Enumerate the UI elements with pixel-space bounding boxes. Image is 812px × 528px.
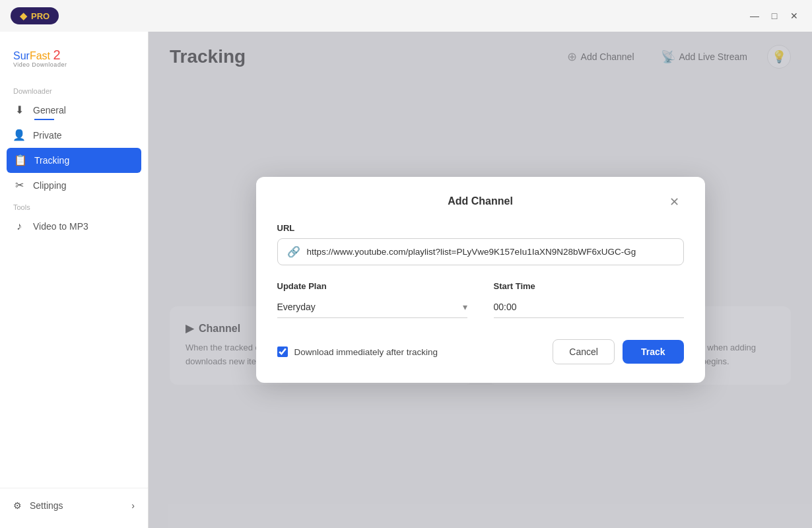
update-plan-group: Update Plan Everyday ▾ <box>277 281 467 318</box>
diamond-icon: ◆ <box>20 11 27 21</box>
logo: SurFast 2 Video Downloader <box>0 42 148 82</box>
start-time-group: Start Time <box>494 281 684 318</box>
form-row: Update Plan Everyday ▾ Start Time <box>277 281 684 318</box>
pro-label: PRO <box>31 11 50 21</box>
select-arrow-icon: ▾ <box>463 302 467 312</box>
track-button[interactable]: Track <box>623 340 684 364</box>
logo-sub: Video Downloader <box>13 62 67 69</box>
logo-brand: SurFast 2 <box>13 48 67 62</box>
settings-item[interactable]: ⚙ Settings › <box>0 494 148 517</box>
logo-sur: Sur <box>13 50 30 61</box>
start-time-label: Start Time <box>494 281 684 291</box>
main-content: Tracking ⊕ Add Channel 📡 Add Live Stream… <box>149 32 812 528</box>
clipping-icon: ✂ <box>13 180 25 191</box>
start-time-input[interactable] <box>494 296 684 318</box>
download-immediately-checkbox[interactable] <box>277 346 288 357</box>
sidebar-item-private-label: Private <box>33 130 62 141</box>
mp3-icon: ♪ <box>13 220 25 232</box>
settings-label: Settings <box>30 500 63 511</box>
sidebar-item-clipping[interactable]: ✂ Clipping <box>0 173 148 198</box>
downloader-section-label: Downloader <box>0 82 148 98</box>
url-input[interactable] <box>307 247 674 257</box>
logo-text: SurFast 2 Video Downloader <box>13 48 67 69</box>
cancel-button[interactable]: Cancel <box>553 339 615 364</box>
modal-overlay: Add Channel ✕ URL 🔗 Update Plan Everyday <box>149 32 812 528</box>
dialog-header: Add Channel ✕ <box>277 195 684 207</box>
sidebar: SurFast 2 Video Downloader Downloader ⬇ … <box>0 32 149 528</box>
sidebar-item-general-label: General <box>33 105 66 116</box>
maximize-button[interactable]: □ <box>764 6 784 26</box>
update-plan-label: Update Plan <box>277 281 467 291</box>
sidebar-item-general[interactable]: ⬇ General <box>0 98 148 123</box>
sidebar-item-video-to-mp3[interactable]: ♪ Video to MP3 <box>0 214 148 239</box>
settings-chevron-icon: › <box>131 500 135 511</box>
logo-fast: Fast <box>30 50 50 61</box>
url-input-wrapper: 🔗 <box>277 238 684 265</box>
add-channel-dialog: Add Channel ✕ URL 🔗 Update Plan Everyday <box>256 177 705 383</box>
dialog-footer: Download immediately after tracking Canc… <box>277 339 684 364</box>
download-icon: ⬇ <box>13 104 25 116</box>
title-bar: ◆ PRO — □ ✕ <box>0 0 812 32</box>
minimize-button[interactable]: — <box>745 6 764 26</box>
settings-left: ⚙ Settings <box>13 500 63 511</box>
update-plan-select[interactable]: Everyday ▾ <box>277 296 467 318</box>
sidebar-item-mp3-label: Video to MP3 <box>33 221 88 232</box>
settings-icon: ⚙ <box>13 500 22 511</box>
dialog-title: Add Channel <box>448 195 513 207</box>
sidebar-bottom: ⚙ Settings › <box>0 488 148 517</box>
pro-badge[interactable]: ◆ PRO <box>11 7 59 24</box>
checkbox-group: Download immediately after tracking <box>277 346 553 357</box>
checkbox-label: Download immediately after tracking <box>294 347 438 357</box>
link-icon: 🔗 <box>287 246 300 258</box>
sidebar-item-tracking-label: Tracking <box>34 155 69 166</box>
close-button[interactable]: ✕ <box>784 6 804 26</box>
logo-num: 2 <box>53 48 60 62</box>
app-container: SurFast 2 Video Downloader Downloader ⬇ … <box>0 32 812 528</box>
sidebar-item-clipping-label: Clipping <box>33 180 67 191</box>
dialog-close-button[interactable]: ✕ <box>665 193 684 211</box>
sidebar-item-private[interactable]: 👤 Private <box>0 123 148 148</box>
private-icon: 👤 <box>13 129 25 141</box>
tools-section-label: Tools <box>0 198 148 214</box>
update-plan-value: Everyday <box>277 302 463 312</box>
url-label: URL <box>277 223 684 233</box>
tracking-icon: 📋 <box>15 154 26 166</box>
sidebar-item-tracking[interactable]: 📋 Tracking <box>7 148 141 173</box>
